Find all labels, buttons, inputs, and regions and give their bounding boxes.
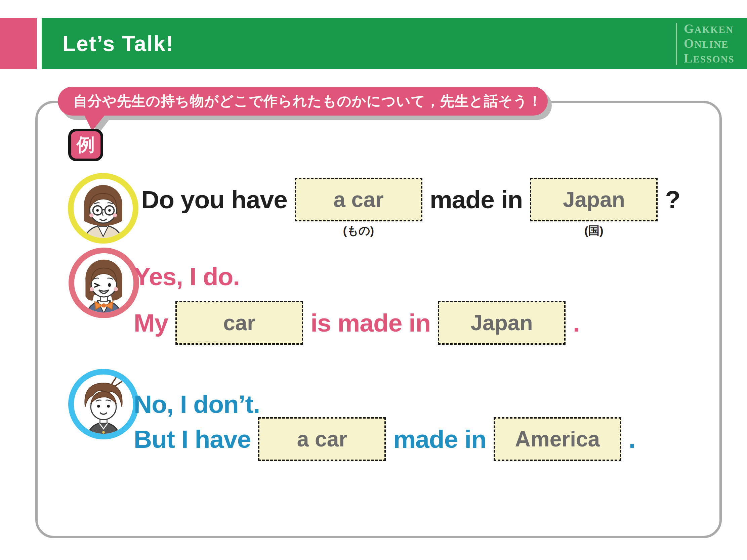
teacher-question-mark: ? xyxy=(665,187,680,212)
page-title: Let’s Talk! xyxy=(62,18,174,69)
yes-blank-thing: car xyxy=(175,301,303,345)
blank-country-label: (国) xyxy=(530,225,658,236)
yes-period: . xyxy=(573,311,579,336)
lesson-slide: Let’s Talk! GAKKEN ONLINE LESSONS 自分や先生の… xyxy=(0,0,747,560)
instruction-text: 自分や先生の持ち物がどこで作られたものかについて，先生と話そう！ xyxy=(73,92,542,110)
blank-thing: a car xyxy=(295,178,422,221)
gakken-online-lessons-logo: GAKKEN ONLINE LESSONS xyxy=(676,23,735,65)
male-student-avatar xyxy=(68,369,139,439)
teacher-dialogue-line: Do you have a car (もの) made in Japan (国)… xyxy=(141,178,680,221)
yes-blank-country-wrap: Japan xyxy=(438,301,566,345)
blank-thing-wrap: a car (もの) xyxy=(295,178,422,221)
female-student-avatar xyxy=(69,247,139,318)
logo-line-lessons: LESSONS xyxy=(684,51,735,66)
student-no-line2: But I have a car made in America . xyxy=(134,417,636,461)
example-badge: 例 xyxy=(68,129,103,161)
logo-line-online: ONLINE xyxy=(684,36,735,51)
teacher-text-pre: Do you have xyxy=(141,187,287,212)
student-yes-line1: Yes, I do. xyxy=(134,264,239,289)
teacher-avatar xyxy=(68,173,138,244)
example-badge-label: 例 xyxy=(77,133,95,157)
blank-country-wrap: Japan (国) xyxy=(530,178,658,221)
yes-text-pre: My xyxy=(134,311,168,336)
header-accent-block xyxy=(0,18,37,69)
yes-blank-country: Japan xyxy=(438,301,566,345)
blank-thing-label: (もの) xyxy=(295,225,422,236)
student-yes-line2: My car is made in Japan . xyxy=(134,301,579,345)
header-bar: Let’s Talk! GAKKEN ONLINE LESSONS xyxy=(42,18,747,69)
no-period: . xyxy=(629,427,636,452)
logo-line-gakken: GAKKEN xyxy=(684,22,735,36)
no-blank-thing-wrap: a car xyxy=(258,417,386,461)
no-text-mid: made in xyxy=(393,427,486,452)
teacher-text-mid: made in xyxy=(430,187,522,212)
no-blank-country-wrap: America xyxy=(494,417,621,461)
no-blank-thing: a car xyxy=(258,417,386,461)
no-blank-country: America xyxy=(494,417,621,461)
instruction-bubble: 自分や先生の持ち物がどこで作られたものかについて，先生と話そう！ xyxy=(58,87,548,115)
student-no-line1: No, I don’t. xyxy=(134,392,260,417)
yes-blank-thing-wrap: car xyxy=(175,301,303,345)
no-text-pre: But I have xyxy=(134,427,251,452)
blank-country: Japan xyxy=(530,178,658,221)
yes-text-mid: is made in xyxy=(310,311,431,336)
